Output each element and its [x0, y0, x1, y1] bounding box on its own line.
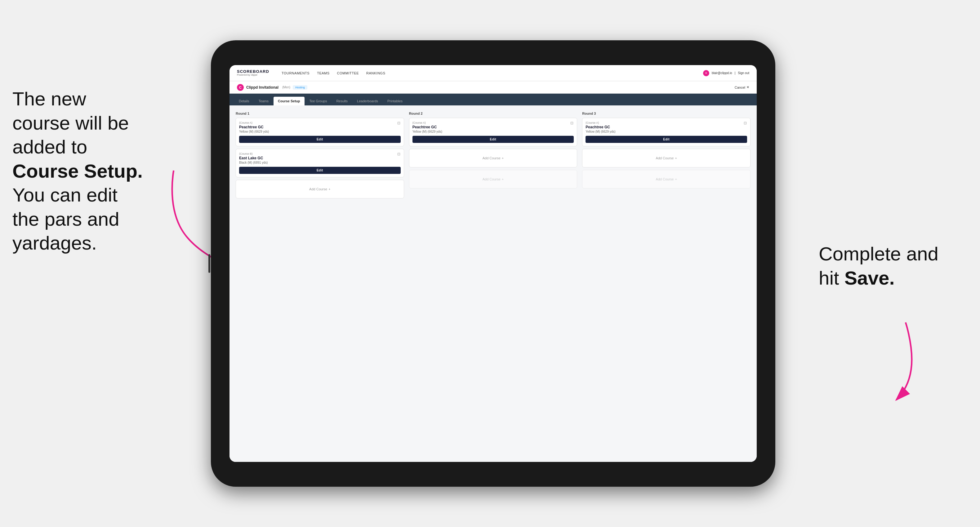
tab-results[interactable]: Results: [332, 97, 352, 105]
round1-course-a-badge: (Course A): [239, 121, 401, 124]
nav-separator: |: [735, 71, 736, 75]
round1-add-course-label: Add Course: [309, 187, 327, 191]
main-content: Round 1 ⊡ (Course A) Peachtree GC Yellow…: [229, 105, 757, 462]
round1-course-b-name: East Lake GC: [239, 156, 401, 160]
nav-rankings[interactable]: RANKINGS: [366, 71, 385, 75]
logo-subtitle: Powered by clippd: [237, 73, 269, 76]
tournament-name: Clippd Invitational: [246, 85, 278, 90]
clippd-logo-icon: C: [237, 84, 244, 91]
cancel-button[interactable]: Cancel ✕: [735, 85, 749, 89]
round2-course-a-badge: (Course A): [412, 121, 574, 124]
round2-add-course-label: Add Course: [482, 156, 501, 160]
round2-course-a-card: ⊡ (Course A) Peachtree GC Yellow (M) (66…: [409, 118, 578, 146]
tab-details[interactable]: Details: [234, 97, 254, 105]
user-email: blair@clippd.io: [712, 71, 732, 75]
round1-course-a-delete-icon[interactable]: ⊡: [396, 121, 401, 125]
nav-user-area: B blair@clippd.io | Sign out: [703, 70, 749, 76]
round3-add-course-disabled-icon: +: [675, 177, 677, 181]
round1-course-b-edit-button[interactable]: Edit: [239, 167, 401, 174]
tablet-device: SCOREBOARD Powered by clippd TOURNAMENTS…: [211, 40, 775, 487]
sign-out-link[interactable]: Sign out: [738, 71, 749, 75]
round-2-label: Round 2: [409, 112, 578, 115]
round1-course-a-card: ⊡ (Course A) Peachtree GC Yellow (M) (66…: [236, 118, 404, 146]
round1-course-a-name: Peachtree GC: [239, 125, 401, 129]
hosting-badge: Hosting: [293, 85, 307, 90]
round1-course-a-edit-button[interactable]: Edit: [239, 136, 401, 143]
round3-course-a-card: ⊡ (Course A) Peachtree GC Yellow (M) (66…: [582, 118, 751, 146]
tournament-bar: C Clippd Invitational (Men) Hosting Canc…: [229, 81, 757, 94]
round3-add-course-disabled: Add Course +: [582, 170, 751, 189]
annotation-right: Complete and hit Save.: [819, 242, 961, 290]
rounds-grid: Round 1 ⊡ (Course A) Peachtree GC Yellow…: [236, 112, 751, 201]
round1-course-b-badge: (Course B): [239, 152, 401, 155]
round-3-label: Round 3: [582, 112, 751, 115]
arrow-right-icon: [819, 316, 924, 409]
round2-add-course-button[interactable]: Add Course +: [409, 149, 578, 167]
round3-add-course-button[interactable]: Add Course +: [582, 149, 751, 167]
tab-printables[interactable]: Printables: [383, 97, 407, 105]
round2-course-a-edit-button[interactable]: Edit: [412, 136, 574, 143]
tab-bar: Details Teams Course Setup Tee Groups Re…: [229, 94, 757, 105]
tab-tee-groups[interactable]: Tee Groups: [305, 97, 331, 105]
round1-course-b-detail: Black (M) (6891 yds): [239, 161, 401, 164]
tablet-side-button[interactable]: [208, 254, 210, 273]
user-avatar-icon: B: [703, 70, 709, 76]
round2-course-a-detail: Yellow (M) (6629 yds): [412, 130, 574, 133]
round2-add-course-icon: +: [502, 156, 504, 160]
tablet-screen: SCOREBOARD Powered by clippd TOURNAMENTS…: [229, 65, 757, 462]
round1-add-course-icon: +: [328, 187, 330, 191]
round2-course-a-delete-icon[interactable]: ⊡: [570, 121, 574, 125]
round3-course-a-edit-button[interactable]: Edit: [585, 136, 747, 143]
tab-course-setup[interactable]: Course Setup: [274, 97, 305, 105]
round3-course-a-detail: Yellow (M) (6629 yds): [585, 130, 747, 133]
nav-tournaments[interactable]: TOURNAMENTS: [282, 71, 310, 75]
tournament-gender: (Men): [282, 86, 290, 89]
round3-add-course-icon: +: [675, 156, 677, 160]
round3-course-a-badge: (Course A): [585, 121, 747, 124]
round3-add-course-disabled-label: Add Course: [655, 177, 674, 181]
top-navigation: SCOREBOARD Powered by clippd TOURNAMENTS…: [229, 65, 757, 81]
logo-title: SCOREBOARD: [237, 70, 269, 73]
round3-add-course-label: Add Course: [655, 156, 674, 160]
round3-course-a-name: Peachtree GC: [585, 125, 747, 129]
round-1-label: Round 1: [236, 112, 404, 115]
nav-links: TOURNAMENTS TEAMS COMMITTEE RANKINGS: [282, 71, 693, 75]
tab-teams[interactable]: Teams: [254, 97, 273, 105]
tab-leaderboards[interactable]: Leaderboards: [353, 97, 382, 105]
round1-course-a-detail: Yellow (M) (6629 yds): [239, 130, 401, 133]
round2-add-course-disabled-icon: +: [502, 177, 504, 181]
round-2-column: Round 2 ⊡ (Course A) Peachtree GC Yellow…: [409, 112, 578, 201]
tournament-info: C Clippd Invitational (Men) Hosting: [237, 84, 307, 91]
round1-add-course-button[interactable]: Add Course +: [236, 180, 404, 198]
round-1-column: Round 1 ⊡ (Course A) Peachtree GC Yellow…: [236, 112, 404, 201]
round1-course-b-card: ⊡ (Course B) East Lake GC Black (M) (689…: [236, 149, 404, 177]
round1-course-b-delete-icon[interactable]: ⊡: [396, 152, 401, 157]
round-3-column: Round 3 ⊡ (Course A) Peachtree GC Yellow…: [582, 112, 751, 201]
round2-add-course-disabled-label: Add Course: [482, 177, 501, 181]
round2-course-a-name: Peachtree GC: [412, 125, 574, 129]
scoreboard-logo: SCOREBOARD Powered by clippd: [237, 70, 269, 76]
round3-course-a-delete-icon[interactable]: ⊡: [743, 121, 748, 125]
annotation-left: The new course will be added to Course S…: [13, 87, 174, 255]
nav-teams[interactable]: TEAMS: [317, 71, 329, 75]
cancel-icon: ✕: [746, 85, 749, 89]
round2-add-course-disabled: Add Course +: [409, 170, 578, 189]
nav-committee[interactable]: COMMITTEE: [337, 71, 359, 75]
